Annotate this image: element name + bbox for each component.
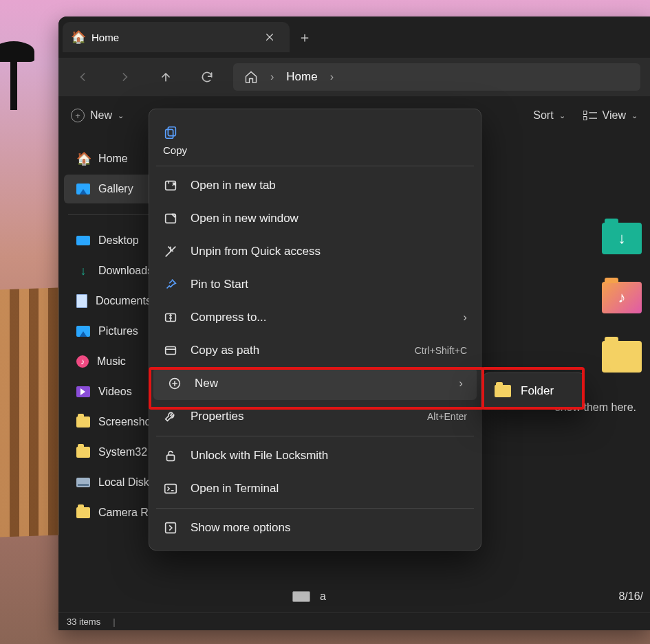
sidebar-item-label: Gallery [98, 183, 133, 195]
open-win-icon [163, 211, 178, 226]
shortcut-label: Ctrl+Shift+C [415, 345, 467, 356]
menu-item-show-more-options[interactable]: Show more options [149, 511, 481, 544]
svg-rect-5 [166, 129, 173, 138]
home-icon: 🏠 [76, 151, 90, 166]
svg-rect-4 [168, 126, 175, 135]
open-tab-icon [163, 178, 178, 193]
home-outline-icon [244, 70, 258, 84]
menu-item-label: New [195, 377, 218, 390]
submenu-item-folder[interactable]: Folder [521, 384, 554, 398]
view-menu-button[interactable]: View ⌄ [583, 109, 638, 122]
item-count: 33 items [67, 617, 100, 627]
wrench-icon [163, 409, 178, 424]
menu-item-open-in-terminal[interactable]: Open in Terminal [149, 472, 481, 505]
chevron-down-icon: ⌄ [559, 111, 565, 120]
svg-rect-9 [166, 347, 176, 355]
documents-icon [76, 294, 87, 308]
folder-icon [76, 447, 90, 458]
sidebar-item-label: Downloads [98, 265, 153, 277]
menu-separator [156, 436, 474, 436]
desktop-icon [76, 236, 90, 245]
menu-item-label: Properties [191, 410, 243, 423]
chevron-right-icon: › [463, 311, 467, 324]
svg-rect-7 [166, 214, 176, 223]
sidebar-item-label: System32 [98, 446, 147, 458]
folder-icon [495, 385, 511, 397]
videos-icon [76, 386, 90, 397]
new-menu-button[interactable]: + New ⌄ [71, 109, 124, 122]
disk-icon [76, 478, 90, 487]
more-icon [163, 520, 178, 535]
sidebar-item-label: Pictures [98, 325, 138, 337]
wallpaper-lamp [0, 27, 41, 110]
menu-item-unlock-with-file-locksmith[interactable]: Unlock with File Locksmith [149, 439, 481, 472]
drive-icon [292, 591, 310, 602]
menu-item-properties[interactable]: PropertiesAlt+Enter [149, 400, 481, 433]
unpin-icon [163, 244, 178, 259]
sort-menu-button[interactable]: Sort ⌄ [533, 109, 565, 122]
menu-separator [156, 508, 474, 509]
view-label: View [603, 109, 626, 122]
pictures-icon [76, 184, 90, 195]
chevron-right-icon: › [270, 71, 274, 83]
up-button[interactable] [151, 62, 181, 92]
tab-title: Home [91, 32, 119, 43]
copy-path-icon [163, 343, 178, 358]
download-icon: ↓ [76, 264, 90, 278]
copy-button[interactable]: Copy [149, 113, 481, 163]
title-bar: 🏠 Home ＋ [58, 16, 650, 58]
plus-circle-icon: + [71, 109, 85, 122]
menu-separator [156, 166, 474, 166]
sidebar-item-label: Home [98, 153, 128, 165]
refresh-button[interactable] [192, 62, 222, 92]
menu-item-unpin-from-quick-access[interactable]: Unpin from Quick access [149, 235, 481, 268]
svg-rect-11 [167, 455, 175, 460]
menu-item-label: Show more options [191, 521, 291, 535]
new-circle-icon [167, 376, 182, 391]
music-folder-thumb[interactable]: ♪ [602, 282, 642, 313]
folder-icon [76, 507, 90, 518]
breadcrumb[interactable]: › Home › [233, 63, 640, 91]
tab-home[interactable]: 🏠 Home [63, 22, 290, 52]
pictures-icon [76, 326, 90, 337]
menu-item-label: Compress to... [191, 311, 267, 324]
menu-item-label: Open in Terminal [191, 482, 279, 496]
menu-item-new[interactable]: New› [153, 367, 477, 400]
breadcrumb-label: Home [286, 70, 317, 84]
chevron-right-icon: › [330, 71, 334, 83]
sidebar-item-label: Local Disk [98, 476, 149, 489]
chevron-down-icon: ⌄ [118, 111, 124, 120]
downloads-folder-thumb[interactable]: ↓ [602, 223, 642, 254]
menu-item-label: Copy as path [191, 344, 259, 357]
menu-item-open-in-new-tab[interactable]: Open in new tab [149, 169, 481, 202]
pin-icon [163, 277, 178, 292]
menu-item-label: Unlock with File Locksmith [191, 449, 328, 463]
unlock-icon [163, 448, 178, 463]
list-item[interactable]: a [292, 590, 326, 603]
address-bar: › Home › [58, 58, 650, 96]
home-icon: 🏠 [71, 30, 85, 45]
close-tab-button[interactable] [261, 28, 279, 46]
menu-item-pin-to-start[interactable]: Pin to Start [149, 268, 481, 301]
wallpaper-railing [0, 288, 58, 537]
sidebar-item-label: Videos [98, 386, 132, 398]
back-button[interactable] [68, 62, 98, 92]
menu-item-label: Open in new tab [191, 179, 276, 192]
svg-rect-1 [583, 117, 587, 120]
terminal-icon [163, 481, 178, 496]
menu-item-copy-as-path[interactable]: Copy as pathCtrl+Shift+C [149, 334, 481, 367]
compress-icon [163, 310, 178, 325]
forward-button[interactable] [109, 62, 140, 92]
menu-item-open-in-new-window[interactable]: Open in new window [149, 202, 481, 235]
svg-rect-6 [166, 181, 176, 190]
new-tab-button[interactable]: ＋ [290, 22, 320, 52]
menu-item-compress-to-[interactable]: Compress to...› [149, 301, 481, 334]
new-label: New [90, 109, 112, 122]
sidebar-item-label: Desktop [98, 234, 139, 247]
svg-rect-0 [583, 111, 587, 114]
status-separator: | [113, 617, 115, 627]
folder-thumb[interactable] [602, 341, 642, 373]
music-icon [76, 355, 89, 368]
chevron-right-icon: › [459, 377, 463, 390]
list-item-date: 8/16/ [618, 590, 643, 603]
